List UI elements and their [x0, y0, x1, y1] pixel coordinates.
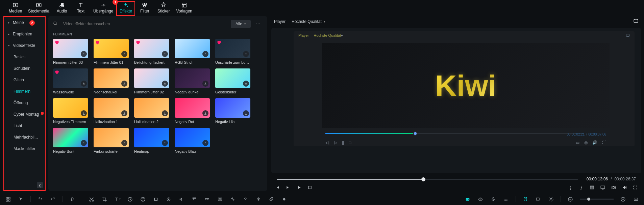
nav-medien[interactable]: Medien	[6, 1, 25, 16]
sidebar-item[interactable]: Basics	[4, 51, 45, 63]
effect-card[interactable]: Flimmern Jitter 02	[134, 68, 169, 94]
zoom-slider[interactable]	[580, 199, 614, 200]
assistant-icon[interactable]	[464, 196, 471, 203]
sidebar-item[interactable]: Öffnung	[4, 97, 45, 109]
download-icon[interactable]	[121, 81, 127, 87]
nav-sticker[interactable]: Sticker	[154, 1, 173, 16]
sidebar-item[interactable]: Licht	[4, 120, 45, 131]
nav-uebergaenge[interactable]: Übergänge1	[91, 1, 116, 16]
sidebar-group[interactable]: ▸Empfohlen	[4, 28, 45, 40]
effect-card[interactable]: Flimmern Jitter 01	[94, 39, 129, 64]
add-marker-icon[interactable]	[535, 196, 542, 203]
inner-progress-bar[interactable]	[325, 133, 584, 134]
crop-icon[interactable]	[101, 196, 108, 203]
download-icon[interactable]	[81, 81, 87, 87]
zoom-fit-icon[interactable]	[633, 196, 639, 203]
inner-play-button[interactable]: ▷	[334, 140, 337, 145]
sidebar-item[interactable]: Mehrfachbil...	[4, 131, 45, 143]
inner-display-icon[interactable]: ▭	[576, 140, 579, 145]
redo-icon[interactable]	[50, 196, 56, 203]
inner-volume-icon[interactable]: 🔊	[592, 140, 597, 145]
inner-pause-button[interactable]: ||	[342, 140, 344, 145]
download-icon[interactable]	[162, 51, 168, 57]
layout-icon[interactable]	[589, 184, 595, 191]
nav-stockmedia[interactable]: Stockmedia	[25, 1, 52, 16]
mic-icon[interactable]	[490, 196, 497, 203]
volume-icon[interactable]	[621, 184, 628, 191]
zoom-in-icon[interactable]	[620, 196, 626, 203]
download-icon[interactable]	[202, 110, 208, 116]
outer-progress-bar[interactable]	[277, 179, 578, 180]
download-icon[interactable]	[243, 81, 249, 87]
effect-card[interactable]: Heatmap	[134, 128, 169, 153]
nav-filter[interactable]: Filter	[135, 1, 154, 16]
download-icon[interactable]	[243, 51, 249, 57]
effect-card[interactable]: Halluzination 2	[134, 98, 169, 124]
add-track-icon[interactable]	[5, 196, 11, 203]
effect-card[interactable]: Belichtung flackert	[134, 39, 169, 64]
attach-icon[interactable]	[268, 196, 275, 203]
sidebar-item[interactable]: Glitch	[4, 74, 45, 86]
effect-card[interactable]: Negativ dunkel	[175, 68, 210, 94]
download-icon[interactable]	[121, 51, 127, 57]
effect-card[interactable]: Negativ Lila	[215, 98, 250, 124]
download-icon[interactable]	[202, 81, 208, 87]
audio-icon[interactable]	[178, 196, 185, 203]
effect-card[interactable]: Negativ Rot	[175, 98, 210, 124]
sidebar-item[interactable]: Flimmern	[4, 86, 45, 97]
camera-icon[interactable]	[610, 184, 617, 191]
effect-card[interactable]: Flimmern Jitter 03	[53, 39, 88, 64]
snapshot-icon[interactable]	[633, 18, 639, 25]
sidebar-item[interactable]: Cyber Montag	[4, 109, 45, 120]
undo-icon[interactable]	[37, 196, 44, 203]
download-icon[interactable]	[121, 140, 127, 146]
effect-card[interactable]: RGB-Strich	[175, 39, 210, 64]
color-icon[interactable]	[140, 196, 146, 203]
sidebar-group[interactable]: ▸Meine	[4, 17, 45, 28]
link-icon[interactable]	[242, 196, 249, 203]
motion-icon[interactable]	[152, 196, 159, 203]
sidebar-group[interactable]: ▾Videoeffekte	[4, 40, 45, 51]
effect-card[interactable]: Halluzination 1	[94, 98, 129, 124]
nav-vorlagen[interactable]: Vorlagen	[173, 1, 195, 16]
fullscreen-icon[interactable]	[632, 184, 639, 191]
download-icon[interactable]	[202, 140, 208, 146]
brightness-icon[interactable]	[548, 196, 554, 203]
eye-icon[interactable]	[477, 196, 484, 203]
next-frame-button[interactable]	[285, 184, 292, 191]
inner-stop-button[interactable]: □	[349, 140, 351, 145]
sidebar-item[interactable]: Schütteln	[4, 63, 45, 74]
prev-frame-button[interactable]	[274, 184, 281, 191]
mark-in-icon[interactable]: {	[567, 184, 574, 191]
inner-camera-icon[interactable]: ◎	[584, 140, 588, 145]
play-button[interactable]	[296, 184, 302, 191]
effects-more-button[interactable]: ···	[254, 20, 263, 28]
download-icon[interactable]	[162, 140, 168, 146]
keyframe-icon[interactable]	[165, 196, 172, 203]
stop-button[interactable]	[306, 184, 313, 191]
cut-icon[interactable]	[88, 196, 95, 203]
effect-card[interactable]: Negativ Bunt	[53, 128, 88, 153]
sidebar-item[interactable]: Maskenfilter	[4, 143, 45, 154]
download-icon[interactable]	[121, 110, 127, 116]
effects-filter-dropdown[interactable]: Alle▾	[231, 20, 251, 28]
text-tool-icon[interactable]: ▾	[114, 196, 121, 203]
delete-icon[interactable]	[69, 196, 76, 203]
download-icon[interactable]	[162, 110, 168, 116]
download-icon[interactable]	[243, 110, 249, 116]
record-icon[interactable]	[281, 196, 288, 203]
effect-card[interactable]: Geisterbilder	[215, 68, 250, 94]
freeze-icon[interactable]	[255, 196, 262, 203]
mark-out-icon[interactable]: }	[578, 184, 585, 191]
sidebar-collapse-button[interactable]: ❮	[37, 182, 43, 188]
pointer-tool-icon[interactable]	[18, 196, 24, 203]
stabilize-icon[interactable]	[229, 196, 236, 203]
effect-card[interactable]: Negativ Blau	[175, 128, 210, 153]
effect-card[interactable]: Wasserwelle	[53, 68, 88, 94]
effect-card[interactable]: Negatives Flimmern	[53, 98, 88, 124]
nav-text[interactable]: Text	[72, 1, 90, 16]
effect-card[interactable]: Unschärfe zum Löschen	[215, 39, 250, 64]
mask-icon[interactable]	[217, 196, 223, 203]
nav-effekte[interactable]: Effekte	[117, 1, 135, 16]
marker-icon[interactable]	[191, 196, 198, 203]
